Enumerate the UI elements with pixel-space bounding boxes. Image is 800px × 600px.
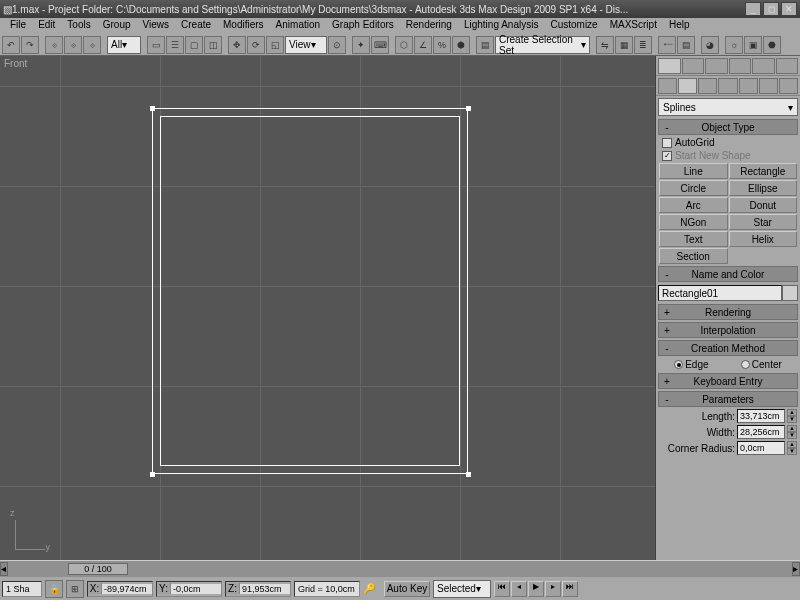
curve-editor-icon[interactable]: ⬳ (658, 36, 676, 54)
menu-rendering[interactable]: Rendering (400, 18, 458, 34)
rollout-creation-method[interactable]: -Creation Method (658, 340, 798, 356)
rollout-parameters[interactable]: -Parameters (658, 391, 798, 407)
menu-file[interactable]: File (4, 18, 32, 34)
star-button[interactable]: Star (729, 214, 798, 230)
prev-frame-button[interactable]: ◂ (511, 581, 527, 597)
menu-maxscript[interactable]: MAXScript (604, 18, 663, 34)
select-icon[interactable]: ▭ (147, 36, 165, 54)
named-sel-icon[interactable]: ▤ (476, 36, 494, 54)
move-icon[interactable]: ✥ (228, 36, 246, 54)
tab-create[interactable] (658, 58, 681, 74)
angle-snap-icon[interactable]: ∠ (414, 36, 432, 54)
center-radio[interactable]: Center (741, 359, 782, 370)
autokey-button[interactable]: Auto Key (384, 581, 430, 597)
selection-lock-icon[interactable]: 🔒 (45, 580, 63, 598)
menu-tools[interactable]: Tools (61, 18, 96, 34)
cat-geometry[interactable] (658, 78, 677, 94)
percent-snap-icon[interactable]: % (433, 36, 451, 54)
menu-create[interactable]: Create (175, 18, 217, 34)
autogrid-checkbox[interactable] (662, 138, 672, 148)
tab-display[interactable] (752, 58, 775, 74)
select-region-icon[interactable]: ▢ (185, 36, 203, 54)
rollout-rendering[interactable]: +Rendering (658, 304, 798, 320)
object-name-input[interactable]: Rectangle01 (658, 285, 782, 301)
manipulate-icon[interactable]: ✦ (352, 36, 370, 54)
length-spinner-buttons[interactable]: ▲▼ (787, 409, 797, 423)
render-setup-icon[interactable]: ☼ (725, 36, 743, 54)
ref-coord-dropdown[interactable]: View▾ (285, 36, 327, 54)
select-name-icon[interactable]: ☰ (166, 36, 184, 54)
arc-button[interactable]: Arc (659, 197, 728, 213)
time-slider[interactable]: 0 / 100 (68, 563, 128, 575)
next-frame-button[interactable]: ▸ (545, 581, 561, 597)
menu-views[interactable]: Views (137, 18, 176, 34)
redo-icon[interactable]: ↷ (21, 36, 39, 54)
menu-animation[interactable]: Animation (270, 18, 326, 34)
length-spinner[interactable]: 33,713cm (737, 409, 785, 423)
cat-spacewarps[interactable] (759, 78, 778, 94)
pivot-icon[interactable]: ⊙ (328, 36, 346, 54)
rollout-object-type[interactable]: -Object Type (658, 119, 798, 135)
window-crossing-icon[interactable]: ◫ (204, 36, 222, 54)
bind-icon[interactable]: ⟐ (83, 36, 101, 54)
spinner-snap-icon[interactable]: ⬢ (452, 36, 470, 54)
corner-spinner-buttons[interactable]: ▲▼ (787, 441, 797, 455)
line-button[interactable]: Line (659, 163, 728, 179)
scale-icon[interactable]: ◱ (266, 36, 284, 54)
snap-icon[interactable]: ⬡ (395, 36, 413, 54)
cat-helpers[interactable] (739, 78, 758, 94)
timeline-scroll-left[interactable]: ◂ (0, 562, 8, 576)
section-button[interactable]: Section (659, 248, 728, 264)
startnewshape-checkbox[interactable]: ✓ (662, 151, 672, 161)
minimize-button[interactable]: _ (745, 2, 761, 16)
rectangle-button[interactable]: Rectangle (729, 163, 798, 179)
tab-utilities[interactable] (776, 58, 799, 74)
menu-modifiers[interactable]: Modifiers (217, 18, 270, 34)
menu-group[interactable]: Group (97, 18, 137, 34)
ngon-button[interactable]: NGon (659, 214, 728, 230)
layers-icon[interactable]: ≣ (634, 36, 652, 54)
donut-button[interactable]: Donut (729, 197, 798, 213)
circle-button[interactable]: Circle (659, 180, 728, 196)
keyboard-icon[interactable]: ⌨ (371, 36, 389, 54)
shape-type-dropdown[interactable]: Splines▾ (658, 98, 798, 116)
cat-cameras[interactable] (718, 78, 737, 94)
viewport-front[interactable]: Front z y (0, 56, 656, 560)
rotate-icon[interactable]: ⟳ (247, 36, 265, 54)
tab-modify[interactable] (682, 58, 705, 74)
text-button[interactable]: Text (659, 231, 728, 247)
mirror-icon[interactable]: ⇋ (596, 36, 614, 54)
key-icon[interactable]: 🔑 (363, 583, 381, 594)
menu-lighting[interactable]: Lighting Analysis (458, 18, 545, 34)
schematic-icon[interactable]: ▤ (677, 36, 695, 54)
rollout-interpolation[interactable]: +Interpolation (658, 322, 798, 338)
goto-end-button[interactable]: ⏭ (562, 581, 578, 597)
x-coord-field[interactable]: X:-89,974cm (87, 581, 153, 597)
edge-radio[interactable]: Edge (674, 359, 708, 370)
play-button[interactable]: ▶ (528, 581, 544, 597)
close-button[interactable]: ✕ (781, 2, 797, 16)
restore-button[interactable]: ◻ (763, 2, 779, 16)
goto-start-button[interactable]: ⏮ (494, 581, 510, 597)
rollout-name-color[interactable]: -Name and Color (658, 266, 798, 282)
timeline[interactable]: ◂ 0 / 100 ▸ (0, 561, 800, 577)
link-icon[interactable]: ⟐ (45, 36, 63, 54)
rollout-keyboard-entry[interactable]: +Keyboard Entry (658, 373, 798, 389)
selection-filter-dropdown[interactable]: All▾ (107, 36, 141, 54)
cat-shapes[interactable] (678, 78, 697, 94)
render-icon[interactable]: ⬣ (763, 36, 781, 54)
abs-transform-icon[interactable]: ⊞ (66, 580, 84, 598)
y-coord-field[interactable]: Y:-0,0cm (156, 581, 222, 597)
timeline-scroll-right[interactable]: ▸ (792, 562, 800, 576)
width-spinner[interactable]: 28,256cm (737, 425, 785, 439)
width-spinner-buttons[interactable]: ▲▼ (787, 425, 797, 439)
ellipse-button[interactable]: Ellipse (729, 180, 798, 196)
unlink-icon[interactable]: ⟐ (64, 36, 82, 54)
corner-spinner[interactable]: 0,0cm (737, 441, 785, 455)
align-icon[interactable]: ▦ (615, 36, 633, 54)
menu-edit[interactable]: Edit (32, 18, 61, 34)
render-frame-icon[interactable]: ▣ (744, 36, 762, 54)
keymode-dropdown[interactable]: Selected▾ (433, 580, 491, 598)
menu-customize[interactable]: Customize (544, 18, 603, 34)
tab-hierarchy[interactable] (705, 58, 728, 74)
